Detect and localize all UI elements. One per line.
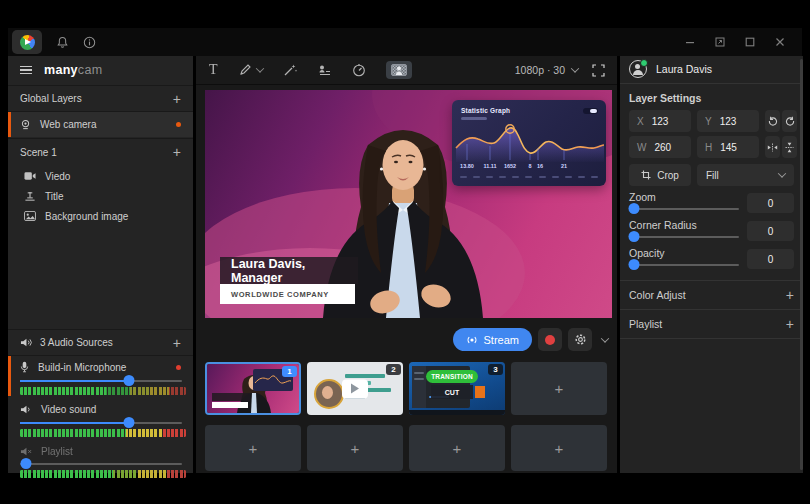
audio-source-microphone[interactable]: Build-in Microphone (8, 358, 193, 376)
width-input[interactable]: W 260 (629, 136, 691, 158)
scene-thumbnail-3[interactable]: TRANSITION CUT 3 (409, 362, 505, 415)
video-preview[interactable]: Statistic Graph 13.80 (205, 90, 612, 318)
gear-icon (574, 333, 587, 346)
current-user-row[interactable]: Laura Davis (620, 56, 803, 82)
expand-color-adjust-button[interactable]: + (786, 288, 794, 302)
add-audio-source-button[interactable]: + (173, 336, 181, 350)
draw-tool-button[interactable] (238, 63, 263, 77)
play-overlay-icon (342, 379, 368, 398)
add-scene-tile[interactable]: + (205, 425, 301, 471)
scene-thumbnail-1[interactable]: 1 (205, 362, 301, 415)
slider-handle[interactable] (123, 417, 134, 428)
title-layer-label: Title (45, 191, 64, 202)
crop-button[interactable]: Crop (629, 164, 691, 186)
info-icon[interactable] (83, 36, 96, 49)
zoom-slider[interactable] (629, 203, 739, 215)
window-controls (684, 36, 786, 48)
add-scene-tile[interactable]: + (511, 362, 607, 415)
close-button[interactable] (774, 36, 786, 48)
stream-button[interactable]: Stream (453, 328, 532, 351)
overlay-chart-title: Statistic Graph (461, 107, 510, 114)
main-area: T 1080p · 30 (196, 56, 617, 473)
audio-sources-title: 3 Audio Sources (40, 337, 113, 348)
h-label: H (705, 142, 712, 153)
rotate-ccw-button[interactable] (765, 110, 780, 132)
slider-handle[interactable] (629, 231, 640, 242)
audio-source-video-sound[interactable]: Video sound (8, 400, 193, 418)
plus-icon: + (249, 440, 258, 457)
chart-callout: 21 (561, 163, 567, 169)
add-scene-layer-button[interactable]: + (173, 145, 181, 159)
effects-tool-button[interactable] (283, 63, 298, 77)
y-position-input[interactable]: Y 123 (697, 110, 759, 132)
corner-radius-value[interactable]: 0 (747, 221, 794, 241)
y-label: Y (705, 116, 712, 127)
global-layers-header: Global Layers + (8, 86, 193, 111)
chroma-key-tool-button[interactable] (386, 61, 412, 79)
sidebar-item-web-camera[interactable]: Web camera (8, 112, 193, 137)
slider-handle[interactable] (629, 203, 640, 214)
overlay-line-chart (452, 122, 606, 162)
lower-thirds-tool-button[interactable] (318, 64, 332, 77)
preview-toolbar: T 1080p · 30 (196, 56, 617, 85)
slider-handle[interactable] (629, 259, 640, 270)
microphone-level-meter (20, 387, 186, 395)
webcam-icon (20, 119, 31, 130)
notifications-bell-icon[interactable] (56, 36, 69, 49)
plus-icon: + (555, 380, 564, 397)
color-adjust-section[interactable]: Color Adjust + (620, 281, 803, 309)
menu-icon[interactable] (20, 64, 32, 77)
mini-lower-third (212, 402, 248, 408)
flip-horizontal-button[interactable] (765, 136, 780, 158)
opacity-slider[interactable] (629, 259, 739, 271)
panel-scrollbar[interactable] (800, 59, 803, 470)
statistic-graph-overlay[interactable]: Statistic Graph 13.80 (452, 100, 606, 186)
resolution-value: 1080p · 30 (515, 64, 565, 76)
stream-expand-chevron[interactable] (601, 334, 609, 342)
resolution-selector[interactable]: 1080p · 30 (515, 64, 578, 76)
expand-playlist-button[interactable]: + (786, 317, 794, 331)
layer-settings-panel: Laura Davis Layer Settings X 123 Y 123 W… (620, 56, 803, 473)
corner-radius-slider[interactable] (629, 231, 739, 243)
slider-handle[interactable] (21, 458, 32, 469)
slider-handle[interactable] (123, 375, 134, 386)
add-global-layer-button[interactable]: + (173, 92, 181, 106)
cut-option[interactable]: CUT (431, 385, 473, 399)
sidebar-item-background-image[interactable]: Background image (8, 206, 193, 226)
slider-fill (20, 422, 129, 424)
rotate-cw-button[interactable] (782, 110, 797, 132)
speaker-muted-icon (20, 446, 32, 457)
speaker-icon (20, 404, 32, 415)
x-position-input[interactable]: X 123 (629, 110, 691, 132)
microphone-volume-slider[interactable] (20, 375, 182, 387)
app-logo-button[interactable] (12, 30, 42, 54)
minimize-button[interactable] (684, 36, 696, 48)
fit-mode-select[interactable]: Fill (697, 164, 794, 186)
sidebar-item-video[interactable]: Viedo (8, 166, 193, 186)
fullscreen-button[interactable] (592, 64, 605, 77)
settings-button[interactable] (568, 328, 592, 351)
popout-button[interactable] (714, 36, 726, 48)
add-scene-tile[interactable]: + (409, 425, 505, 471)
playlist-section[interactable]: Playlist + (620, 310, 803, 338)
video-sound-label: Video sound (41, 404, 96, 415)
add-scene-tile[interactable]: + (307, 425, 403, 471)
playlist-volume-slider[interactable] (20, 458, 182, 470)
playlist-label: Playlist (629, 318, 662, 330)
video-sound-volume-slider[interactable] (20, 417, 182, 429)
flip-vertical-button[interactable] (782, 136, 797, 158)
x-value: 123 (652, 116, 669, 127)
zoom-value[interactable]: 0 (747, 193, 794, 213)
record-button[interactable] (538, 328, 562, 351)
sidebar-item-title[interactable]: Title (8, 186, 193, 206)
add-scene-tile[interactable]: + (511, 425, 607, 471)
opacity-value[interactable]: 0 (747, 249, 794, 269)
maximize-button[interactable] (744, 36, 756, 48)
height-input[interactable]: H 145 (697, 136, 759, 158)
web-camera-label: Web camera (40, 119, 97, 130)
transition-button[interactable]: TRANSITION (426, 370, 478, 383)
lower-third-name: Laura Davis, Manager (220, 257, 358, 284)
timer-tool-button[interactable] (352, 63, 366, 77)
text-tool-button[interactable]: T (209, 62, 218, 78)
scene-thumbnail-2[interactable]: 2 (307, 362, 403, 415)
